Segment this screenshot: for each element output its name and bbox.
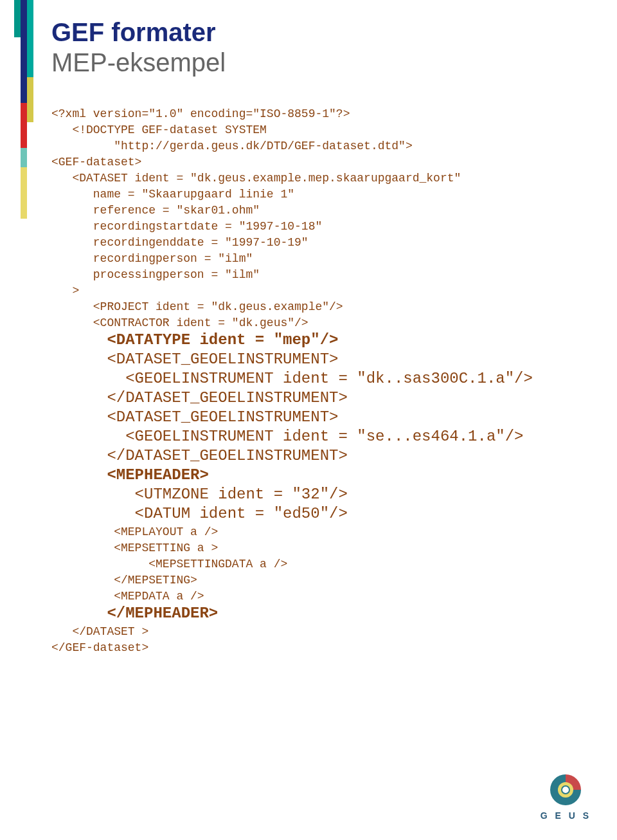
code-line: recordingperson = "ilm" [51,252,253,265]
code-line: </DATASET > [51,625,148,638]
stripe [27,0,33,77]
stripe [27,77,33,122]
code-line: <MEPDATA a /> [51,590,204,603]
code-line: <GEOELINSTRUMENT ident = "dk..sas300C.1.… [51,370,533,387]
code-line: > [51,284,79,297]
code-line: recordingenddate = "1997-10-19" [51,236,308,249]
code-line: <DATASET_GEOELINSTRUMENT> [51,408,338,426]
stripe [21,103,27,148]
stripe [21,167,27,219]
code-line-highlight: </MEPHEADER> [51,605,218,622]
code-line: <DATUM ident = "ed50"/> [51,505,348,522]
code-line: <DATASET_GEOELINSTRUMENT> [51,351,338,368]
code-line: "http://gerda.geus.dk/DTD/GEF-dataset.dt… [51,140,413,152]
logo-icon [548,772,584,808]
code-line: <MEPSETTINGDATA a /> [51,558,287,571]
code-line: <CONTRACTOR ident = "dk.geus"/> [51,316,308,329]
page-title: GEF formater [51,18,617,47]
geus-logo: G E U S [541,772,591,821]
code-line-highlight: <DATATYPE ident = "mep"/> [51,331,339,349]
code-line: reference = "skar01.ohm" [51,204,260,217]
code-line: recordingstartdate = "1997-10-18" [51,220,322,233]
logo-text: G E U S [541,810,591,821]
code-line: </DATASET_GEOELINSTRUMENT> [51,389,348,406]
code-line: <GEF-dataset> [51,156,141,169]
code-line: <!DOCTYPE GEF-dataset SYSTEM [51,123,267,136]
code-line: <PROJECT ident = "dk.geus.example"/> [51,300,343,313]
stripe [21,148,27,167]
stripe [14,0,21,37]
code-line: </DATASET_GEOELINSTRUMENT> [51,447,348,464]
code-line: name = "Skaarupgaard linie 1" [51,188,294,201]
code-line: <?xml version="1.0" encoding="ISO-8859-1… [51,107,350,120]
code-line: processingperson = "ilm" [51,268,260,281]
code-line: <DATASET ident = "dk.geus.example.mep.sk… [51,172,461,185]
code-line: </GEF-dataset> [51,641,148,654]
code-line: <UTMZONE ident = "32"/> [51,486,348,503]
code-line-highlight: <MEPHEADER> [51,466,209,484]
svg-point-1 [562,786,569,794]
code-line: <MEPSETTING a > [51,542,218,554]
stripe [21,0,27,103]
code-line: </MEPSETING> [51,574,197,587]
code-block: <?xml version="1.0" encoding="ISO-8859-1… [51,105,617,655]
page-subtitle: MEP-eksempel [51,48,617,77]
code-line: <GEOELINSTRUMENT ident = "se...es464.1.a… [51,428,524,445]
slide-content: GEF formater MEP-eksempel <?xml version=… [51,18,617,655]
code-line: <MEPLAYOUT a /> [51,525,218,538]
